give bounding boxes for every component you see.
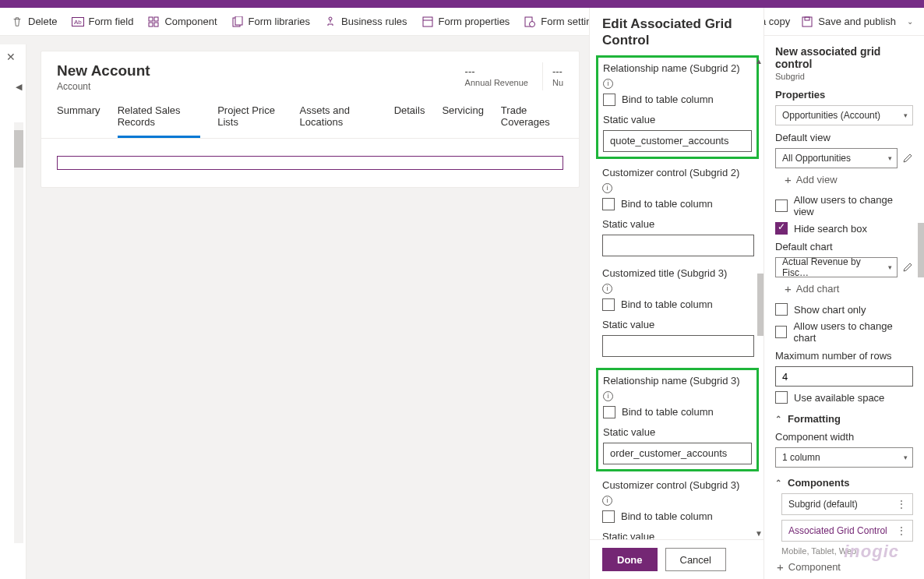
tab-assets-and-locations[interactable]: Assets and Locations (300, 100, 377, 138)
left-scrollbar[interactable] (14, 122, 23, 543)
add-view-button[interactable]: +Add view (785, 173, 913, 186)
save-publish-label: Save and publish (818, 16, 896, 27)
scroll-up-icon[interactable]: ▲ (755, 57, 763, 65)
property-group: Customized title (Subgrid 3)iBind to tab… (602, 267, 754, 357)
svg-point-12 (530, 21, 535, 26)
form-properties-button[interactable]: Form properties (421, 16, 510, 28)
delete-icon (11, 16, 23, 28)
static-value-input[interactable] (602, 335, 754, 357)
cancel-button[interactable]: Cancel (665, 548, 726, 571)
header-meta: ---Nu (542, 62, 563, 90)
hide-search-checkbox[interactable]: Hide search box (775, 222, 913, 235)
tab-trade-coverages[interactable]: Trade Coverages (501, 100, 563, 138)
checkbox-icon (775, 391, 788, 404)
chevron-down-icon: ▾ (888, 154, 892, 162)
static-value-label: Static value (603, 114, 752, 125)
form-properties-label: Form properties (439, 16, 510, 27)
form-field-button[interactable]: Ab Form field (72, 16, 134, 28)
bind-column-checkbox[interactable]: Bind to table column (603, 406, 752, 418)
close-tree-button[interactable]: ✕ (6, 51, 16, 63)
formatting-accordion[interactable]: ⌃Formatting (775, 413, 913, 425)
edit-chart-button[interactable] (902, 262, 913, 273)
component-button[interactable]: Component (147, 16, 217, 28)
save-publish-button[interactable]: Save and publish (801, 16, 896, 28)
tab-summary[interactable]: Summary (57, 100, 101, 138)
command-bar: Delete Ab Form field Component Form libr… (0, 8, 924, 36)
tab-related-sales-records[interactable]: Related Sales Records (118, 100, 201, 138)
allow-change-chart-checkbox[interactable]: Allow users to change chart (775, 320, 913, 344)
edit-panel-title: Edit Associated Grid Control (590, 8, 764, 55)
table-dropdown[interactable]: Opportunities (Account)▾ (775, 105, 913, 125)
checkbox-icon (775, 303, 788, 316)
more-icon[interactable]: ⋮ (897, 503, 906, 507)
svg-rect-7 (235, 16, 242, 25)
show-chart-only-checkbox[interactable]: Show chart only (775, 303, 913, 316)
edit-view-button[interactable] (902, 153, 913, 164)
prop-scroll-thumb[interactable] (918, 223, 924, 277)
info-icon[interactable]: i (603, 391, 613, 401)
info-icon[interactable]: i (602, 183, 612, 193)
checkbox-icon (775, 326, 787, 338)
watermark: inogic (844, 542, 899, 562)
business-rules-button[interactable]: Business rules (324, 16, 407, 28)
bind-column-checkbox[interactable]: Bind to table column (602, 198, 754, 210)
info-icon[interactable]: i (602, 496, 612, 506)
tab-servicing[interactable]: Servicing (442, 100, 483, 138)
component-item[interactable]: Subgrid (default)⋮ (781, 493, 913, 515)
property-group: Relationship name (Subgrid 3)iBind to ta… (596, 368, 759, 471)
bind-column-checkbox[interactable]: Bind to table column (603, 94, 752, 106)
bind-column-checkbox[interactable]: Bind to table column (602, 510, 754, 523)
prop-scrollbar[interactable] (918, 44, 924, 576)
svg-rect-3 (154, 17, 158, 21)
plus-icon: + (785, 282, 792, 295)
edit-scroll-thumb[interactable] (757, 274, 764, 336)
scroll-down-icon[interactable]: ▼ (755, 529, 763, 538)
form-field-icon: Ab (72, 16, 84, 28)
group-title: Relationship name (Subgrid 3) (603, 375, 752, 387)
static-value-input[interactable] (602, 235, 754, 256)
max-rows-input[interactable] (775, 366, 913, 387)
components-accordion[interactable]: ⌃Components (775, 477, 913, 489)
form-title: New Account (57, 62, 150, 79)
default-view-dropdown[interactable]: All Opportunities▾ (775, 148, 898, 168)
collapse-icon[interactable]: ◀ (16, 82, 22, 92)
more-icon[interactable]: ⋮ (897, 529, 906, 533)
static-value-input[interactable] (603, 130, 752, 152)
component-item[interactable]: Associated Grid Control⋮ (781, 520, 913, 542)
component-label: Component (164, 16, 217, 27)
selected-subgrid-placeholder[interactable] (57, 156, 563, 170)
tab-details[interactable]: Details (394, 100, 425, 138)
left-scroll-thumb[interactable] (14, 130, 23, 168)
component-width-dropdown[interactable]: 1 column▾ (775, 447, 913, 468)
static-value-input[interactable] (603, 443, 752, 464)
use-available-space-checkbox[interactable]: Use available space (775, 391, 913, 404)
form-libraries-button[interactable]: Form libraries (231, 16, 310, 28)
done-button[interactable]: Done (602, 548, 658, 571)
default-view-label: Default view (775, 132, 913, 143)
component-width-label: Component width (775, 431, 913, 443)
checkbox-icon (603, 94, 615, 106)
plus-icon: + (785, 173, 792, 186)
svg-rect-4 (149, 23, 153, 26)
svg-point-8 (329, 17, 332, 20)
form-settings-icon (524, 16, 536, 28)
tab-project-price-lists[interactable]: Project Price Lists (217, 100, 282, 138)
chevron-down-icon: ▾ (904, 111, 908, 119)
default-chart-dropdown[interactable]: Actual Revenue by Fisc…▾ (775, 257, 898, 277)
add-component-button[interactable]: +Component (777, 560, 913, 574)
edit-scrollbar[interactable]: ▲ ▼ (757, 55, 764, 540)
chevron-down-icon[interactable]: ⌄ (907, 17, 913, 26)
info-icon[interactable]: i (602, 284, 612, 294)
form-canvas: New Account Account ---Annual Revenue---… (26, 44, 589, 579)
svg-rect-5 (154, 23, 158, 26)
bind-column-checkbox[interactable]: Bind to table column (602, 298, 754, 311)
add-chart-button[interactable]: +Add chart (785, 282, 913, 295)
svg-rect-14 (805, 17, 809, 20)
delete-button[interactable]: Delete (11, 16, 58, 28)
plus-icon: + (777, 560, 784, 574)
allow-change-view-checkbox[interactable]: Allow users to change view (775, 194, 913, 217)
default-chart-label: Default chart (775, 241, 913, 252)
info-icon[interactable]: i (603, 79, 613, 89)
checkbox-icon (603, 406, 615, 418)
svg-text:Ab: Ab (74, 19, 82, 26)
